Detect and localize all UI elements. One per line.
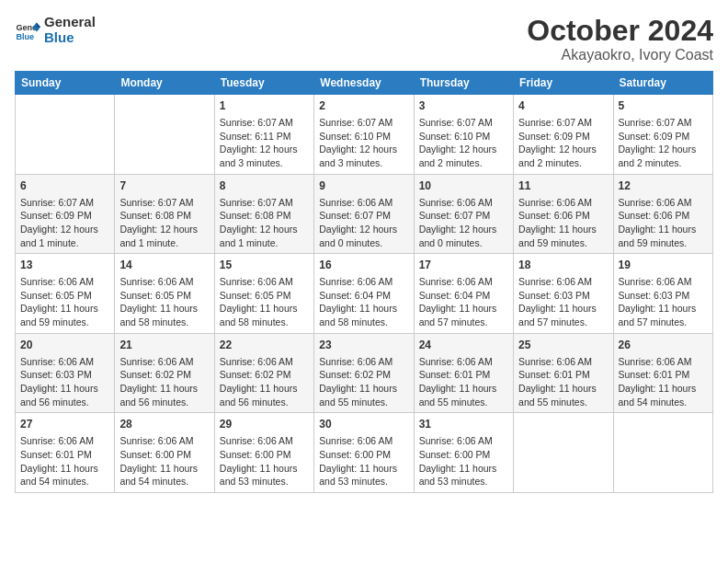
day-number: 10 <box>419 178 508 194</box>
week-row-5: 27Sunrise: 6:06 AMSunset: 6:01 PMDayligh… <box>16 413 713 493</box>
day-number: 16 <box>319 258 408 273</box>
day-cell: 19Sunrise: 6:06 AMSunset: 6:03 PMDayligh… <box>613 254 712 334</box>
day-cell: 30Sunrise: 6:06 AMSunset: 6:00 PMDayligh… <box>314 413 414 493</box>
day-detail: Sunrise: 6:06 AMSunset: 6:00 PMDaylight:… <box>119 434 209 488</box>
week-row-3: 13Sunrise: 6:06 AMSunset: 6:05 PMDayligh… <box>16 254 713 334</box>
day-cell: 14Sunrise: 6:06 AMSunset: 6:05 PMDayligh… <box>115 254 214 334</box>
day-detail: Sunrise: 6:06 AMSunset: 6:01 PMDaylight:… <box>619 355 708 409</box>
day-number: 9 <box>319 178 408 194</box>
day-cell: 24Sunrise: 6:06 AMSunset: 6:01 PMDayligh… <box>414 333 513 413</box>
day-number: 12 <box>619 178 708 194</box>
svg-text:Blue: Blue <box>16 31 34 40</box>
day-detail: Sunrise: 6:06 AMSunset: 6:01 PMDaylight:… <box>20 434 109 488</box>
calendar-header-row: SundayMondayTuesdayWednesdayThursdayFrid… <box>16 72 713 95</box>
header-cell-friday: Friday <box>514 72 613 95</box>
calendar-subtitle: Akayaokro, Ivory Coast <box>527 47 713 63</box>
day-detail: Sunrise: 6:06 AMSunset: 6:04 PMDaylight:… <box>419 275 508 329</box>
header-cell-thursday: Thursday <box>414 72 513 95</box>
day-number: 6 <box>20 178 109 194</box>
day-cell: 29Sunrise: 6:06 AMSunset: 6:00 PMDayligh… <box>214 413 313 493</box>
day-cell: 13Sunrise: 6:06 AMSunset: 6:05 PMDayligh… <box>16 254 115 334</box>
title-block: October 2024 Akayaokro, Ivory Coast <box>527 15 713 63</box>
day-cell: 1Sunrise: 6:07 AMSunset: 6:11 PMDaylight… <box>214 95 313 175</box>
calendar-table: SundayMondayTuesdayWednesdayThursdayFrid… <box>15 71 713 493</box>
day-cell: 12Sunrise: 6:06 AMSunset: 6:06 PMDayligh… <box>613 174 712 254</box>
day-detail: Sunrise: 6:06 AMSunset: 6:00 PMDaylight:… <box>319 434 408 488</box>
day-cell: 26Sunrise: 6:06 AMSunset: 6:01 PMDayligh… <box>613 333 712 413</box>
day-number: 28 <box>119 417 209 432</box>
day-number: 21 <box>119 338 209 353</box>
day-number: 27 <box>20 417 109 432</box>
day-number: 2 <box>319 98 408 114</box>
day-detail: Sunrise: 6:06 AMSunset: 6:07 PMDaylight:… <box>319 196 408 250</box>
day-number: 4 <box>518 98 608 114</box>
day-number: 29 <box>220 417 309 432</box>
calendar-title: October 2024 <box>527 15 713 47</box>
day-detail: Sunrise: 6:06 AMSunset: 6:05 PMDaylight:… <box>20 275 109 329</box>
day-cell: 7Sunrise: 6:07 AMSunset: 6:08 PMDaylight… <box>115 174 214 254</box>
day-detail: Sunrise: 6:06 AMSunset: 6:00 PMDaylight:… <box>220 434 309 488</box>
day-detail: Sunrise: 6:06 AMSunset: 6:02 PMDaylight:… <box>119 355 209 409</box>
day-number: 26 <box>619 338 708 353</box>
day-cell: 5Sunrise: 6:07 AMSunset: 6:09 PMDaylight… <box>613 95 712 175</box>
day-detail: Sunrise: 6:06 AMSunset: 6:02 PMDaylight:… <box>319 355 408 409</box>
day-cell: 6Sunrise: 6:07 AMSunset: 6:09 PMDaylight… <box>16 174 115 254</box>
day-detail: Sunrise: 6:06 AMSunset: 6:03 PMDaylight:… <box>20 355 109 409</box>
day-detail: Sunrise: 6:06 AMSunset: 6:03 PMDaylight:… <box>518 275 608 329</box>
day-number: 17 <box>419 258 508 273</box>
header-cell-wednesday: Wednesday <box>314 72 414 95</box>
day-cell: 2Sunrise: 6:07 AMSunset: 6:10 PMDaylight… <box>314 95 414 175</box>
day-cell: 4Sunrise: 6:07 AMSunset: 6:09 PMDaylight… <box>514 95 613 175</box>
day-number: 11 <box>518 178 608 194</box>
day-detail: Sunrise: 6:06 AMSunset: 6:01 PMDaylight:… <box>419 355 508 409</box>
day-cell: 15Sunrise: 6:06 AMSunset: 6:05 PMDayligh… <box>214 254 313 334</box>
day-detail: Sunrise: 6:07 AMSunset: 6:08 PMDaylight:… <box>119 196 209 250</box>
day-cell <box>613 413 712 493</box>
header-cell-saturday: Saturday <box>613 72 712 95</box>
day-cell: 11Sunrise: 6:06 AMSunset: 6:06 PMDayligh… <box>514 174 613 254</box>
day-number: 23 <box>319 338 408 353</box>
day-number: 14 <box>119 258 209 273</box>
day-cell <box>514 413 613 493</box>
day-detail: Sunrise: 6:06 AMSunset: 6:03 PMDaylight:… <box>619 275 708 329</box>
week-row-4: 20Sunrise: 6:06 AMSunset: 6:03 PMDayligh… <box>16 333 713 413</box>
page-header: General Blue General Blue October 2024 A… <box>15 15 713 63</box>
day-detail: Sunrise: 6:06 AMSunset: 6:05 PMDaylight:… <box>220 275 309 329</box>
day-cell: 16Sunrise: 6:06 AMSunset: 6:04 PMDayligh… <box>314 254 414 334</box>
week-row-1: 1Sunrise: 6:07 AMSunset: 6:11 PMDaylight… <box>16 95 713 175</box>
day-detail: Sunrise: 6:06 AMSunset: 6:00 PMDaylight:… <box>419 434 508 488</box>
day-cell: 10Sunrise: 6:06 AMSunset: 6:07 PMDayligh… <box>414 174 513 254</box>
day-cell: 9Sunrise: 6:06 AMSunset: 6:07 PMDaylight… <box>314 174 414 254</box>
logo-icon: General Blue <box>15 17 40 43</box>
day-detail: Sunrise: 6:06 AMSunset: 6:07 PMDaylight:… <box>419 196 508 250</box>
day-detail: Sunrise: 6:06 AMSunset: 6:05 PMDaylight:… <box>119 275 209 329</box>
day-number: 20 <box>20 338 109 353</box>
day-detail: Sunrise: 6:07 AMSunset: 6:09 PMDaylight:… <box>20 196 109 250</box>
day-number: 18 <box>518 258 608 273</box>
day-detail: Sunrise: 6:06 AMSunset: 6:06 PMDaylight:… <box>619 196 708 250</box>
day-number: 3 <box>419 98 508 114</box>
day-detail: Sunrise: 6:07 AMSunset: 6:10 PMDaylight:… <box>319 116 408 170</box>
header-cell-sunday: Sunday <box>16 72 115 95</box>
day-cell: 20Sunrise: 6:06 AMSunset: 6:03 PMDayligh… <box>16 333 115 413</box>
day-cell: 25Sunrise: 6:06 AMSunset: 6:01 PMDayligh… <box>514 333 613 413</box>
day-number: 13 <box>20 258 109 273</box>
day-cell: 18Sunrise: 6:06 AMSunset: 6:03 PMDayligh… <box>514 254 613 334</box>
day-number: 8 <box>220 178 309 194</box>
logo-text-blue: Blue <box>44 30 96 46</box>
day-detail: Sunrise: 6:06 AMSunset: 6:01 PMDaylight:… <box>518 355 608 409</box>
day-detail: Sunrise: 6:06 AMSunset: 6:02 PMDaylight:… <box>220 355 309 409</box>
day-cell <box>16 95 115 175</box>
day-cell: 21Sunrise: 6:06 AMSunset: 6:02 PMDayligh… <box>115 333 214 413</box>
day-detail: Sunrise: 6:07 AMSunset: 6:09 PMDaylight:… <box>619 116 708 170</box>
day-cell: 31Sunrise: 6:06 AMSunset: 6:00 PMDayligh… <box>414 413 513 493</box>
day-number: 5 <box>619 98 708 114</box>
day-cell: 3Sunrise: 6:07 AMSunset: 6:10 PMDaylight… <box>414 95 513 175</box>
day-number: 24 <box>419 338 508 353</box>
day-cell: 8Sunrise: 6:07 AMSunset: 6:08 PMDaylight… <box>214 174 313 254</box>
day-detail: Sunrise: 6:06 AMSunset: 6:06 PMDaylight:… <box>518 196 608 250</box>
day-cell: 17Sunrise: 6:06 AMSunset: 6:04 PMDayligh… <box>414 254 513 334</box>
day-detail: Sunrise: 6:07 AMSunset: 6:10 PMDaylight:… <box>419 116 508 170</box>
day-detail: Sunrise: 6:07 AMSunset: 6:09 PMDaylight:… <box>518 116 608 170</box>
week-row-2: 6Sunrise: 6:07 AMSunset: 6:09 PMDaylight… <box>16 174 713 254</box>
